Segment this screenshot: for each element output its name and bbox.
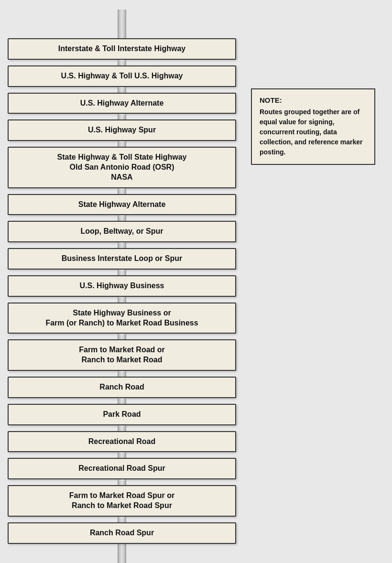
sign-wrapper-ranch-spur: Ranch Road Spur [0,517,244,544]
sign-wrapper-state-alternate: State Highway Alternate [0,188,244,216]
connector-ranch-spur [118,517,126,522]
sign-wrapper-us-business: U.S. Highway Business [0,270,244,297]
connector-state-highway [118,141,126,147]
sign-box-recreational-road: Recreational Road [8,431,236,453]
right-section: NOTE: Routes grouped together are of equ… [244,10,392,563]
sign-text-loop-beltway: Loop, Beltway, or Spur [80,227,163,237]
sign-text-us-spur: U.S. Highway Spur [88,125,156,135]
sign-text-ranch-spur: Ranch Road Spur [90,528,154,538]
connector-ranch-road [118,371,126,377]
sign-text-interstate: Interstate & Toll Interstate Highway [58,44,185,54]
connector-us-spur [118,114,126,119]
sign-box-state-business: State Highway Business orFarm (or Ranch)… [8,303,236,334]
sign-box-state-alternate: State Highway Alternate [8,194,236,216]
sign-wrapper-business-interstate: Business Interstate Loop or Spur [0,242,244,270]
sign-text-recreational-spur: Recreational Road Spur [78,464,165,474]
sign-wrapper-park-road: Park Road [0,398,244,425]
sign-box-us-highway: U.S. Highway & Toll U.S. Highway [8,65,236,87]
sign-box-farm-to-market: Farm to Market Road orRanch to Market Ro… [8,339,236,371]
sign-wrapper-ranch-road: Ranch Road [0,371,244,398]
sign-box-state-highway: State Highway & Toll State HighwayOld Sa… [8,147,236,188]
sign-text-state-business: State Highway Business orFarm (or Ranch)… [45,308,198,328]
sign-text-us-highway: U.S. Highway & Toll U.S. Highway [61,71,183,81]
sign-text-state-alternate: State Highway Alternate [78,200,166,210]
connector-recreational-road [118,425,126,431]
sign-wrapper-farm-to-market: Farm to Market Road orRanch to Market Ro… [0,334,244,371]
connector-us-business [118,270,126,275]
sign-text-us-business: U.S. Highway Business [80,281,164,291]
sign-box-ranch-road: Ranch Road [8,377,236,398]
note-title: NOTE: [260,96,367,104]
connector-farm-spur [118,479,126,485]
connector-state-business [118,297,126,303]
sign-text-park-road: Park Road [103,410,141,420]
sign-text-farm-to-market: Farm to Market Road orRanch to Market Ro… [79,345,165,365]
sign-box-business-interstate: Business Interstate Loop or Spur [8,248,236,270]
connector-loop-beltway [118,215,126,221]
sign-wrapper-state-business: State Highway Business orFarm (or Ranch)… [0,297,244,334]
sign-wrapper-farm-spur: Farm to Market Road Spur orRanch to Mark… [0,479,244,517]
sign-text-farm-spur: Farm to Market Road Spur orRanch to Mark… [69,491,174,511]
connector-us-alternate [118,87,126,93]
sign-box-park-road: Park Road [8,404,236,425]
signs-list: Interstate & Toll Interstate HighwayU.S.… [0,10,244,563]
sign-wrapper-us-alternate: U.S. Highway Alternate [0,87,244,114]
sign-text-business-interstate: Business Interstate Loop or Spur [62,254,182,264]
sign-wrapper-recreational-road: Recreational Road [0,425,244,453]
sign-box-us-spur: U.S. Highway Spur [8,119,236,141]
connector-recreational-spur [118,452,126,458]
sign-box-us-business: U.S. Highway Business [8,275,236,297]
sign-text-recreational-road: Recreational Road [88,437,155,447]
sign-wrapper-state-highway: State Highway & Toll State HighwayOld Sa… [0,141,244,188]
sign-text-us-alternate: U.S. Highway Alternate [80,98,164,108]
connector-park-road [118,398,126,404]
sign-text-ranch-road: Ranch Road [99,382,144,392]
sign-wrapper-interstate: Interstate & Toll Interstate Highway [0,38,244,60]
connector-us-highway [118,60,126,65]
sign-wrapper-us-spur: U.S. Highway Spur [0,114,244,141]
note-box: NOTE: Routes grouped together are of equ… [251,88,375,165]
sign-wrapper-loop-beltway: Loop, Beltway, or Spur [0,215,244,242]
sign-box-us-alternate: U.S. Highway Alternate [8,93,236,114]
connector-state-alternate [118,188,126,194]
sign-box-ranch-spur: Ranch Road Spur [8,522,236,544]
connector-business-interstate [118,242,126,248]
connector-farm-to-market [118,334,126,339]
sign-wrapper-recreational-spur: Recreational Road Spur [0,452,244,479]
sign-box-interstate: Interstate & Toll Interstate Highway [8,38,236,60]
sign-text-state-highway: State Highway & Toll State HighwayOld Sa… [57,152,187,182]
sign-wrapper-us-highway: U.S. Highway & Toll U.S. Highway [0,60,244,87]
sign-box-farm-spur: Farm to Market Road Spur orRanch to Mark… [8,485,236,517]
note-text: Routes grouped together are of equal val… [260,107,367,157]
sign-box-recreational-spur: Recreational Road Spur [8,458,236,479]
signs-column: Interstate & Toll Interstate HighwayU.S.… [0,10,244,563]
sign-box-loop-beltway: Loop, Beltway, or Spur [8,221,236,242]
